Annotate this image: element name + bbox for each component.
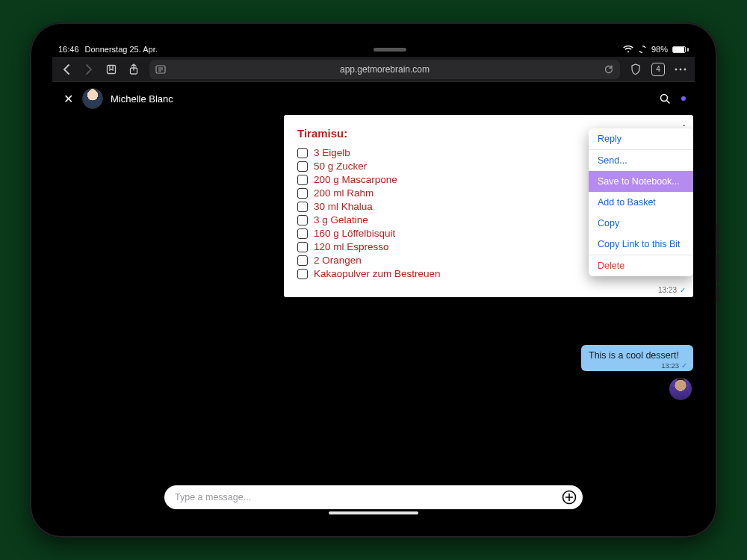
- bookmark-icon[interactable]: [105, 63, 118, 76]
- contact-avatar[interactable]: [82, 88, 103, 109]
- battery-pct: 98%: [651, 45, 668, 54]
- checkbox[interactable]: [297, 228, 308, 239]
- battery-icon: [672, 46, 689, 53]
- ctx-add-basket[interactable]: Add to Basket: [589, 192, 693, 213]
- ingredient-text: 2 Orangen: [314, 255, 362, 266]
- tab-count-value: 4: [656, 65, 660, 73]
- svg-point-8: [684, 68, 686, 70]
- browser-toolbar: app.getmorebrain.com 4: [52, 57, 695, 82]
- bubble-timestamp: 13:23 ✓: [661, 361, 687, 370]
- tablet-power: [716, 287, 719, 303]
- ctx-reply[interactable]: Reply: [589, 128, 693, 149]
- ctx-copy-link[interactable]: Copy Link to this Bit: [589, 234, 693, 255]
- sync-icon: [638, 45, 647, 54]
- checkbox[interactable]: [297, 255, 308, 266]
- ingredient-text: 160 g Löffelbisquit: [314, 228, 395, 239]
- ctx-save-notebook[interactable]: Save to Notebook...: [589, 171, 693, 192]
- chat-header: ✕ Michelle Blanc: [52, 82, 695, 115]
- bubble-text: This is a cool dessert!: [589, 350, 679, 361]
- reload-icon[interactable]: [604, 64, 614, 75]
- reader-icon[interactable]: [155, 65, 166, 74]
- ingredient-text: 50 g Zucker: [314, 161, 367, 172]
- svg-point-9: [661, 95, 668, 102]
- message-input[interactable]: [175, 492, 554, 503]
- ctx-copy[interactable]: Copy: [589, 213, 693, 234]
- url-text: app.getmorebrain.com: [340, 64, 430, 75]
- delivered-check-icon: ✓: [681, 361, 687, 370]
- back-button[interactable]: [60, 63, 73, 76]
- checkbox[interactable]: [297, 269, 308, 279]
- ctx-send[interactable]: Send...: [589, 150, 693, 171]
- card-timestamp: 13:23 ✓: [658, 286, 686, 294]
- shield-icon[interactable]: [629, 63, 642, 76]
- ingredient-text: 200 g Mascarpone: [314, 174, 397, 185]
- wifi-icon: [623, 46, 633, 53]
- ingredient-text: Kakaopulver zum Bestreuen: [314, 268, 441, 279]
- home-indicator[interactable]: [329, 511, 418, 514]
- checkbox[interactable]: [297, 161, 308, 172]
- checkbox[interactable]: [297, 202, 308, 212]
- ingredient-text: 120 ml Espresso: [314, 241, 389, 252]
- tablet-volume-down: [716, 255, 719, 281]
- ingredient-text: 3 g Gelatine: [314, 214, 368, 225]
- delivered-check-icon: ✓: [680, 286, 686, 294]
- presence-dot-icon: [681, 96, 686, 101]
- search-icon[interactable]: [659, 93, 671, 105]
- checkbox[interactable]: [297, 242, 308, 252]
- close-button[interactable]: ✕: [61, 92, 75, 106]
- checkbox[interactable]: [297, 175, 308, 185]
- contact-name: Michelle Blanc: [111, 93, 173, 105]
- svg-line-10: [667, 101, 669, 103]
- checkbox[interactable]: [297, 215, 308, 225]
- checkbox[interactable]: [297, 188, 308, 199]
- checkbox[interactable]: [297, 148, 308, 158]
- context-menu: Reply Send... Save to Notebook... Add to…: [589, 128, 693, 276]
- share-icon[interactable]: [127, 63, 140, 76]
- multitask-pill[interactable]: [374, 48, 406, 52]
- message-composer[interactable]: [164, 485, 583, 509]
- status-date: Donnerstag 25. Apr.: [85, 45, 158, 54]
- overflow-icon[interactable]: [674, 63, 687, 76]
- address-bar[interactable]: app.getmorebrain.com: [149, 60, 620, 79]
- status-bar: 16:46 Donnerstag 25. Apr. 98%: [52, 42, 695, 57]
- sender-avatar[interactable]: [669, 378, 692, 400]
- svg-point-6: [675, 68, 678, 70]
- tabs-button[interactable]: 4: [651, 63, 665, 76]
- ingredient-text: 200 ml Rahm: [314, 187, 374, 199]
- ctx-delete[interactable]: Delete: [589, 255, 693, 276]
- svg-point-7: [680, 68, 682, 70]
- status-time: 16:46: [58, 45, 79, 54]
- forward-button[interactable]: [82, 63, 96, 76]
- chat-area: · Tiramisu: 3 Eigelb 50 g Zucker 200 g M…: [52, 115, 695, 476]
- ingredient-text: 30 ml Khalua: [314, 201, 373, 212]
- tablet-volume-up: [716, 224, 719, 249]
- message-bubble[interactable]: This is a cool dessert! 13:23 ✓: [581, 345, 693, 371]
- ingredient-text: 3 Eigelb: [314, 147, 350, 158]
- add-button[interactable]: [560, 488, 578, 506]
